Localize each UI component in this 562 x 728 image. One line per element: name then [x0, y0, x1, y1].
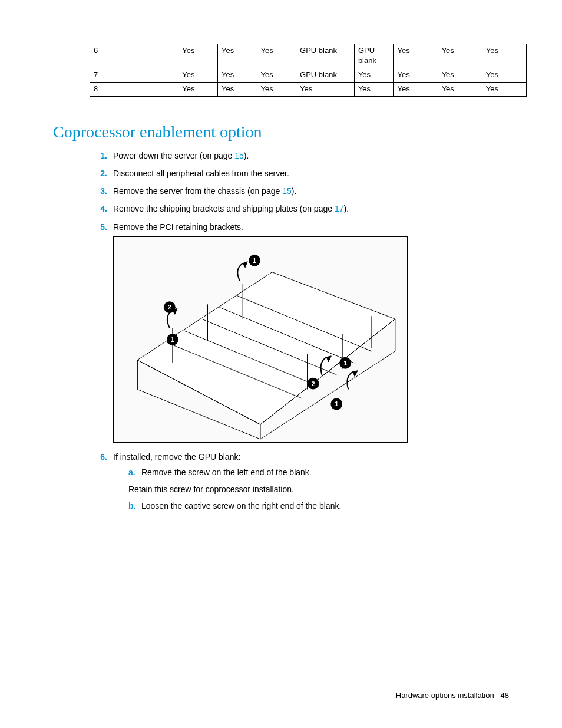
- table-cell: 8: [90, 82, 178, 96]
- page-ref-link[interactable]: 15: [234, 151, 244, 160]
- table-row: 6YesYesYesGPU blankGPU blankYesYesYes: [90, 44, 527, 68]
- substep-b: b. Loosen the captive screw on the right…: [128, 500, 509, 512]
- svg-text:1: 1: [171, 336, 174, 343]
- table-cell: Yes: [354, 68, 394, 82]
- step-6: 6. If installed, remove the GPU blank: a…: [90, 451, 509, 512]
- pci-bracket-diagram: 1 1 1 1 2 2: [113, 236, 408, 443]
- svg-marker-19: [353, 371, 358, 377]
- step-3-text: Remove the server from the chassis (on p…: [113, 186, 296, 196]
- config-table: 6YesYesYesGPU blankGPU blankYesYesYes7Ye…: [90, 44, 509, 97]
- step-1-text: Power down the server (on page 15).: [113, 151, 249, 160]
- step-6-text: If installed, remove the GPU blank:: [113, 452, 240, 462]
- step-3: 3. Remove the server from the chassis (o…: [90, 185, 509, 197]
- page-ref-link[interactable]: 15: [282, 186, 292, 196]
- svg-text:2: 2: [311, 380, 315, 387]
- step-4: 4. Remove the shipping brackets and ship…: [90, 203, 509, 215]
- step-5: 5. Remove the PCI retaining brackets.: [90, 221, 509, 443]
- table-cell: Yes: [438, 82, 482, 96]
- table-cell: Yes: [394, 68, 438, 82]
- page-ref-link[interactable]: 17: [335, 204, 344, 213]
- table-cell: Yes: [257, 68, 296, 82]
- step-2: 2. Disconnect all peripheral cables from…: [90, 167, 509, 179]
- svg-text:2: 2: [168, 304, 171, 311]
- table-cell: Yes: [178, 44, 218, 68]
- table-cell: Yes: [438, 44, 482, 68]
- page-footer: Hardware options installation 48: [396, 691, 509, 700]
- table-cell: Yes: [438, 68, 482, 82]
- server-chassis-illustration: 1 1 1 1 2 2: [114, 237, 407, 442]
- table-cell: 6: [90, 44, 178, 68]
- retain-note: Retain this screw for coprocessor instal…: [128, 483, 509, 495]
- svg-text:1: 1: [253, 257, 256, 264]
- step-5-text: Remove the PCI retaining brackets.: [113, 222, 243, 232]
- table-cell: GPU blank: [296, 68, 355, 82]
- step-1: 1. Power down the server (on page 15).: [90, 150, 509, 162]
- substep-b-text: Loosen the captive screw on the right en…: [141, 501, 341, 510]
- section-heading: Coprocessor enablement option: [53, 123, 509, 141]
- table-row: 7YesYesYesGPU blankYesYesYesYes: [90, 68, 527, 82]
- table-cell: Yes: [482, 82, 526, 96]
- table-cell: Yes: [482, 44, 526, 68]
- table-cell: Yes: [482, 68, 526, 82]
- footer-page-number: 48: [501, 691, 509, 700]
- table-cell: Yes: [257, 82, 296, 96]
- svg-marker-17: [243, 262, 247, 268]
- substep-a: a. Remove the screw on the left end of t…: [128, 466, 509, 478]
- table-cell: Yes: [217, 82, 257, 96]
- table-cell: Yes: [178, 82, 218, 96]
- table-cell: Yes: [178, 68, 218, 82]
- svg-text:1: 1: [343, 360, 347, 367]
- table-cell: Yes: [217, 44, 257, 68]
- table-cell: Yes: [296, 82, 355, 96]
- table-cell: GPU blank: [296, 44, 355, 68]
- step-4-text: Remove the shipping brackets and shippin…: [113, 204, 349, 213]
- table-cell: 7: [90, 68, 178, 82]
- table-cell: Yes: [354, 82, 394, 96]
- svg-marker-0: [137, 272, 395, 425]
- svg-text:1: 1: [335, 400, 338, 407]
- table-cell: GPU blank: [354, 44, 394, 68]
- table-cell: Yes: [394, 44, 438, 68]
- substep-a-text: Remove the screw on the left end of the …: [141, 467, 312, 477]
- table-cell: Yes: [257, 44, 296, 68]
- step-2-text: Disconnect all peripheral cables from th…: [113, 169, 289, 178]
- footer-section-label: Hardware options installation: [396, 691, 494, 700]
- table-cell: Yes: [394, 82, 438, 96]
- table-cell: Yes: [217, 68, 257, 82]
- table-row: 8YesYesYesYesYesYesYesYes: [90, 82, 527, 96]
